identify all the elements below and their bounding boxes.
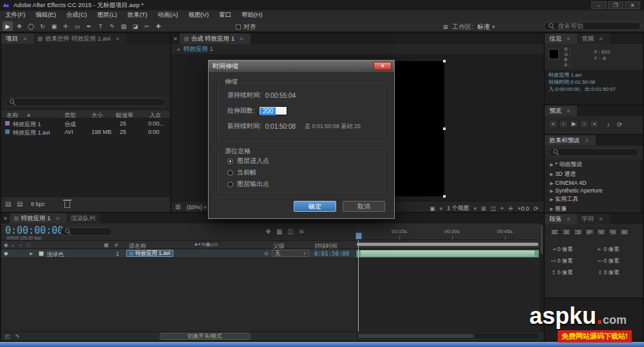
camera-icon[interactable]: ▣ <box>430 205 435 212</box>
effects-search-input[interactable] <box>549 148 639 156</box>
menu-edit[interactable]: 编辑(E) <box>30 11 61 19</box>
indent-value[interactable]: 0 像素 <box>558 258 573 264</box>
layer-out-handle[interactable] <box>535 250 538 257</box>
timeline-search-input[interactable] <box>61 227 112 236</box>
project-column-header[interactable]: 名称 ▲ 类型 大小 帧速率 入点 <box>1 109 170 118</box>
tab-effect-controls[interactable]: 效果控件 特效应用 1.avi ≡ <box>33 33 126 44</box>
effects-category[interactable]: ▶ Synthetic Aperture <box>545 187 640 194</box>
workspace-control[interactable]: ⊞ 工作区: 标准 ▾ <box>443 23 495 32</box>
column-number[interactable]: # <box>115 242 118 249</box>
justify-last-right-button[interactable] <box>608 228 618 236</box>
channel-icon[interactable]: ⌖ <box>500 205 504 212</box>
tab-character[interactable]: 字符≡ <box>577 214 609 224</box>
menu-window[interactable]: 窗口 <box>214 11 236 19</box>
radio-icon[interactable] <box>227 182 233 187</box>
item-name[interactable]: 特效应用 1.avi <box>13 129 50 137</box>
close-button[interactable]: ✕ <box>625 1 640 9</box>
snap-checkbox[interactable] <box>236 24 241 30</box>
label-column-icon[interactable] <box>104 243 108 247</box>
option-current-frame[interactable]: 当前帧 <box>227 168 256 177</box>
twirl-icon[interactable]: ▶ <box>550 162 553 167</box>
frame-blend-icon[interactable]: ≋ <box>299 228 304 235</box>
zoom-tool-icon[interactable]: ◯ <box>26 21 36 31</box>
menu-view[interactable]: 视图(V) <box>183 11 214 19</box>
indent-value[interactable]: 0 像素 <box>604 246 620 252</box>
selection-tool-icon[interactable]: ▶ <box>3 21 13 31</box>
view-layout-dropdown[interactable]: 1 个视图 <box>447 204 469 212</box>
new-folder-icon[interactable]: ▤ <box>17 200 23 207</box>
expand-layers-icon[interactable]: ◰ <box>5 333 10 339</box>
indent-value[interactable]: 0 像素 <box>604 258 620 264</box>
indent-field[interactable]: ⇥ 0 像素 <box>551 243 573 255</box>
justify-last-center-button[interactable] <box>596 228 606 236</box>
tab-audio[interactable]: 音频≡ <box>577 33 609 44</box>
lock-column-icon[interactable]: □ <box>27 242 30 248</box>
stretch-factor-input[interactable]: 200 <box>259 106 287 115</box>
camera-tool-icon[interactable]: ▣ <box>49 21 59 31</box>
layer-in-handle[interactable] <box>357 250 361 257</box>
pixel-aspect-icon[interactable]: ⊞ <box>481 205 486 212</box>
draft3d-icon[interactable]: ▦ <box>276 228 282 235</box>
scrollbar[interactable] <box>640 160 643 212</box>
panel-menu-icon[interactable]: ≡ <box>564 35 573 42</box>
timeline-horizontal-scrollbar[interactable] <box>357 333 538 339</box>
brush-tool-icon[interactable]: ✎ <box>107 21 117 31</box>
comp-breadcrumb[interactable]: 特效应用 1 <box>184 45 213 53</box>
last-frame-button[interactable]: » <box>590 120 599 128</box>
menu-file[interactable]: 文件(F) <box>0 11 30 19</box>
menu-effect[interactable]: 效果(T) <box>122 11 153 19</box>
hand-tool-icon[interactable]: ✥ <box>14 21 24 31</box>
layer-twirl-icon[interactable]: ▶ <box>30 251 33 256</box>
effects-category[interactable]: ▶ 实用工具 <box>545 194 640 204</box>
previous-frame-button[interactable]: ‹ <box>559 120 568 128</box>
mini-flowchart-icon[interactable]: ❖ <box>265 228 271 235</box>
tab-render-queue[interactable]: 渲染队列 <box>66 213 100 223</box>
twirl-icon[interactable]: ▶ <box>550 181 553 185</box>
puppet-pin-tool-icon[interactable]: ✚ <box>153 21 164 31</box>
time-ruler[interactable]: 00:15s 00:30s 00:45s <box>355 223 540 240</box>
twirl-icon[interactable]: ▶ <box>550 189 553 193</box>
workspace-value[interactable]: 标准 <box>477 23 490 30</box>
exposure-value[interactable]: +0.0 <box>518 205 529 212</box>
effects-category[interactable]: ▶ CINEMA 4D <box>545 179 640 187</box>
minimize-button[interactable]: – <box>591 1 607 9</box>
indent-field[interactable]: ↤ 0 像素 <box>598 255 620 267</box>
handle[interactable] <box>443 127 446 130</box>
menu-animation[interactable]: 动画(A) <box>153 11 184 19</box>
radio-icon[interactable] <box>227 170 233 176</box>
panel-menu-icon[interactable]: ≡ <box>564 216 573 222</box>
tab-preview[interactable]: 预览≡ <box>545 106 577 116</box>
ok-button[interactable]: 确定 <box>294 201 336 212</box>
panel-menu-icon[interactable]: ≡ <box>113 35 122 42</box>
align-center-button[interactable] <box>562 228 571 236</box>
effects-category[interactable]: ▶ 3D 通道 <box>545 169 640 179</box>
pan-behind-tool-icon[interactable]: ✛ <box>61 21 71 31</box>
clone-stamp-tool-icon[interactable]: ▨ <box>118 21 129 31</box>
tab-timeline-comp[interactable]: 特效应用 1 ≡ <box>10 213 66 223</box>
text-tool-icon[interactable]: T <box>95 21 106 31</box>
close-icon[interactable]: ✕ <box>1 213 10 223</box>
panel-menu-icon[interactable]: ≡ <box>596 35 605 42</box>
first-frame-button[interactable]: « <box>549 120 558 128</box>
windows-taskbar[interactable] <box>0 342 644 347</box>
radio-selected-icon[interactable] <box>227 158 233 164</box>
shape-tool-icon[interactable]: ▭ <box>72 21 82 31</box>
pen-tool-icon[interactable]: ✒ <box>84 21 94 31</box>
layer-source-name[interactable]: 特效应用 1.avi <box>126 250 173 257</box>
panel-menu-icon[interactable]: ≡ <box>237 35 245 42</box>
menu-help[interactable]: 帮助(H) <box>236 11 267 19</box>
close-icon[interactable]: ✕ <box>171 33 180 44</box>
solo-column-icon[interactable]: ○ <box>19 242 23 248</box>
twirl-icon[interactable]: ▶ <box>550 172 553 176</box>
current-time-indicator-head[interactable] <box>355 232 362 239</box>
trash-icon[interactable] <box>64 202 70 208</box>
parent-dropdown[interactable]: 无 ▾ <box>272 250 309 257</box>
scrollbar-thumb[interactable] <box>358 334 474 338</box>
option-layer-out-point[interactable]: 图层输出点 <box>227 180 269 189</box>
toggle-switches-modes-button[interactable]: 切换开关/模式 <box>160 333 250 340</box>
current-timecode[interactable]: 0:00:00:00 <box>5 225 63 236</box>
color-depth-button[interactable]: 8 bpc <box>31 201 45 207</box>
panel-menu-icon[interactable]: ≡ <box>564 108 573 114</box>
handle[interactable] <box>443 60 446 62</box>
layer-row[interactable]: ◉ ▶ 浅绿色 1 特效应用 1.avi ◎ 无 ▾ 0:01:50:08 <box>1 249 355 258</box>
